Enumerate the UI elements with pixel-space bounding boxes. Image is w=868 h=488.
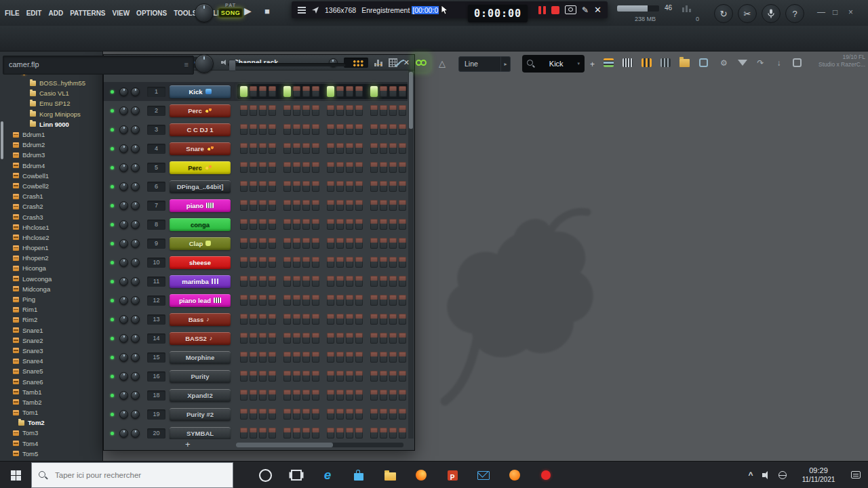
step-cell[interactable] [389, 371, 397, 382]
step-cell[interactable] [399, 200, 406, 211]
step-cell[interactable] [336, 409, 344, 420]
volume-knob[interactable] [131, 163, 140, 172]
step-cell[interactable] [240, 276, 248, 287]
step-cell[interactable] [283, 276, 291, 287]
step-cell[interactable] [269, 352, 276, 363]
step-cell[interactable] [240, 314, 248, 325]
step-cell[interactable] [389, 162, 397, 173]
play-button[interactable]: ▶ [244, 5, 252, 16]
browser-item-tom2[interactable]: Tom2 [0, 418, 102, 428]
step-cell[interactable] [293, 409, 300, 420]
channel-enable-led[interactable] [111, 318, 114, 321]
step-cell[interactable] [346, 409, 353, 420]
step-cell[interactable] [240, 371, 248, 382]
step-cell[interactable] [240, 124, 248, 135]
step-cell[interactable] [389, 409, 397, 420]
step-cell[interactable] [399, 86, 406, 97]
step-cell[interactable] [355, 86, 363, 97]
step-cell[interactable] [399, 371, 406, 382]
volume-knob[interactable] [131, 353, 140, 362]
step-cell[interactable] [283, 200, 291, 211]
step-cell[interactable] [346, 276, 353, 287]
step-cell[interactable] [240, 333, 248, 344]
step-cell[interactable] [399, 219, 406, 230]
step-cell[interactable] [250, 181, 257, 192]
step-cell[interactable] [293, 181, 300, 192]
step-cell[interactable] [370, 105, 378, 116]
step-cell[interactable] [355, 238, 363, 249]
step-cell[interactable] [250, 219, 257, 230]
step-cell[interactable] [346, 105, 353, 116]
step-cell[interactable] [259, 143, 267, 154]
step-cell[interactable] [302, 143, 310, 154]
volume-knob[interactable] [131, 239, 140, 248]
step-cell[interactable] [240, 238, 248, 249]
tray-expand-icon[interactable]: ^ [743, 470, 758, 480]
step-cell[interactable] [259, 86, 267, 97]
step-cell[interactable] [250, 276, 257, 287]
step-cell[interactable] [380, 105, 387, 116]
pan-knob[interactable] [119, 182, 128, 191]
browser-item-lowconga[interactable]: Lowconga [0, 274, 102, 284]
store-taskbar-button[interactable] [343, 462, 374, 488]
step-cell[interactable] [283, 409, 291, 420]
step-cell[interactable] [240, 219, 248, 230]
step-cell[interactable] [327, 295, 334, 306]
browser-item-rim2[interactable]: Rim2 [0, 314, 102, 325]
fl-studio-taskbar-button[interactable] [499, 462, 530, 488]
browser-item-hhopen2[interactable]: Hhopen2 [0, 253, 102, 263]
step-cell[interactable] [380, 352, 387, 363]
powerpoint-taskbar-button[interactable] [437, 462, 468, 488]
channel-enable-led[interactable] [111, 147, 114, 150]
channel-enable-led[interactable] [111, 394, 114, 397]
step-cell[interactable] [389, 333, 397, 344]
project-name-field[interactable]: camer.flp [3, 56, 194, 75]
master-pitch-knob[interactable] [195, 3, 214, 22]
channel-button-piano-lead[interactable]: piano lead [170, 294, 231, 307]
step-cell[interactable] [283, 124, 291, 135]
channel-enable-led[interactable] [111, 109, 114, 113]
browser-item-ping[interactable]: Ping [0, 294, 102, 304]
step-cell[interactable] [312, 143, 319, 154]
step-cell[interactable] [250, 238, 257, 249]
browser-item-snare2[interactable]: Snare2 [0, 336, 102, 346]
volume-icon[interactable] [758, 462, 774, 488]
shuffle-slider-handle[interactable] [229, 60, 236, 71]
step-cell[interactable] [389, 86, 397, 97]
step-cell[interactable] [389, 124, 397, 135]
step-cell[interactable] [250, 314, 257, 325]
step-cell[interactable] [355, 219, 363, 230]
step-cell[interactable] [283, 181, 291, 192]
step-cell[interactable] [389, 238, 397, 249]
step-cell[interactable] [327, 86, 334, 97]
step-cell[interactable] [346, 219, 353, 230]
step-cell[interactable] [389, 314, 397, 325]
step-cell[interactable] [346, 428, 353, 439]
step-cell[interactable] [336, 105, 344, 116]
step-cell[interactable] [346, 257, 353, 268]
volume-knob[interactable] [131, 429, 140, 438]
step-cell[interactable] [327, 333, 334, 344]
step-cell[interactable] [302, 371, 310, 382]
step-cell[interactable] [355, 105, 363, 116]
step-cell[interactable] [336, 86, 344, 97]
metronome-button[interactable]: △ [433, 54, 452, 73]
step-cell[interactable] [336, 257, 344, 268]
step-cell[interactable] [380, 200, 387, 211]
channel-button-sheese[interactable]: sheese [170, 256, 231, 269]
step-cell[interactable] [389, 352, 397, 363]
pat-mode-label[interactable]: PAT [218, 3, 243, 7]
step-cell[interactable] [302, 86, 310, 97]
step-cell[interactable] [269, 143, 276, 154]
step-cell[interactable] [293, 352, 300, 363]
step-cell[interactable] [346, 314, 353, 325]
step-cell[interactable] [269, 428, 276, 439]
help-button[interactable]: ? [785, 4, 804, 23]
step-cell[interactable] [293, 276, 300, 287]
step-cell[interactable] [370, 219, 378, 230]
step-cell[interactable] [283, 333, 291, 344]
browser-item-tamb2[interactable]: Tamb2 [0, 397, 102, 407]
browser-item-snare5[interactable]: Snare5 [0, 366, 102, 376]
step-cell[interactable] [399, 162, 406, 173]
step-cell[interactable] [240, 143, 248, 154]
